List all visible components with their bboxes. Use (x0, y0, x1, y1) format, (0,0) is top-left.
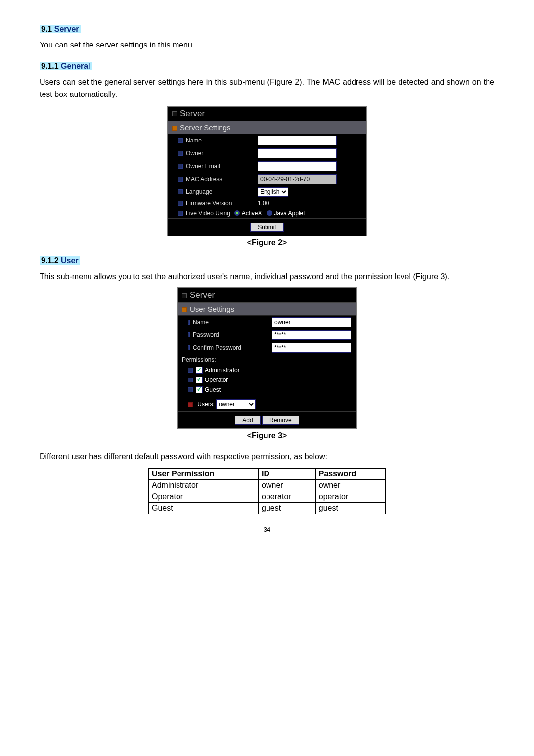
fig2-submit-button[interactable]: Submit (250, 223, 283, 232)
sec-9-1-1-body: Users can set the general server setting… (40, 76, 494, 101)
table-row: Operator operator operator (149, 491, 386, 502)
perm-th-2: ID (259, 468, 316, 479)
fig3-title: Server (190, 290, 215, 300)
fig2-lvu-label: Live Video Using (186, 210, 230, 217)
fig2-java-label: Java Applet (274, 210, 305, 217)
fig3-chk-guest[interactable]: ✓ (196, 386, 203, 393)
diff-user-para: Different user has different default pas… (40, 450, 494, 463)
fig2-lang-select[interactable]: English (258, 187, 288, 197)
fig3-pwd-input[interactable] (272, 330, 351, 340)
fig3-permissions-label: Permissions: (178, 354, 356, 365)
fig2-title: Server (180, 109, 205, 118)
permission-table: User Permission ID Password Administrato… (148, 468, 386, 514)
sec-9-1-2-title: User (61, 256, 79, 265)
sec-9-1-title: Server (54, 25, 79, 33)
fig2-subtitle: Server Settings (180, 123, 231, 132)
fig2-fw-label: Firmware Version (186, 200, 258, 207)
table-row: Guest guest guest (149, 502, 386, 514)
fig3-cpwd-label: Confirm Password (193, 344, 272, 351)
fig3-users-label: Users: (197, 401, 215, 408)
fig3-admin-label: Administrator (205, 367, 240, 374)
fig3-guest-label: Guest (205, 386, 221, 393)
perm-th-1: User Permission (149, 468, 259, 479)
fig3-remove-button[interactable]: Remove (262, 416, 299, 425)
fig3-users-select[interactable]: owner (216, 399, 256, 409)
sec-9-1-1-title: General (61, 62, 90, 70)
fig2-mac-input (258, 174, 337, 184)
fig3-chk-admin[interactable]: ✓ (196, 367, 203, 374)
fig2-owner-input[interactable] (258, 148, 337, 158)
figure-3-panel: Server User Settings Name Password Confi… (177, 287, 357, 429)
fig3-name-input[interactable] (272, 317, 351, 327)
fig3-chk-operator[interactable]: ✓ (196, 377, 203, 383)
sec-9-1-2-body: This sub-menu allows you to set the auth… (40, 270, 494, 283)
page-number: 34 (40, 526, 494, 533)
fig3-subtitle: User Settings (190, 305, 234, 313)
fig3-cpwd-input[interactable] (272, 343, 351, 353)
fig2-lang-label: Language (186, 189, 258, 195)
figure-2-caption: <Figure 2> (40, 238, 494, 247)
fig2-radio-activex[interactable] (234, 210, 240, 216)
sec-9-1-2-num: 9.1.2 (41, 256, 59, 265)
perm-th-3: Password (315, 468, 385, 479)
figure-3-caption: <Figure 3> (40, 431, 494, 440)
fig2-owneremail-label: Owner Email (186, 163, 258, 170)
fig2-owner-label: Owner (186, 150, 258, 157)
fig3-add-button[interactable]: Add (235, 416, 260, 425)
fig2-fw-value: 1.00 (258, 200, 269, 207)
figure-2-panel: Server Server Settings Name Owner Owner … (167, 106, 367, 236)
fig2-activex-label: ActiveX (242, 210, 262, 217)
sec-9-1-body: You can set the server settings in this … (40, 39, 494, 51)
fig3-operator-label: Operator (205, 377, 228, 383)
fig2-radio-java[interactable] (267, 210, 272, 216)
fig3-name-label: Name (193, 319, 272, 326)
fig2-owneremail-input[interactable] (258, 161, 337, 171)
sec-9-1-1-num: 9.1.1 (41, 62, 59, 70)
fig3-pwd-label: Password (193, 331, 272, 338)
fig2-name-input[interactable] (258, 136, 337, 145)
fig2-mac-label: MAC Address (186, 176, 258, 183)
sec-9-1-num: 9.1 (41, 25, 52, 33)
fig2-name-label: Name (186, 137, 258, 144)
table-row: Administrator owner owner (149, 479, 386, 491)
